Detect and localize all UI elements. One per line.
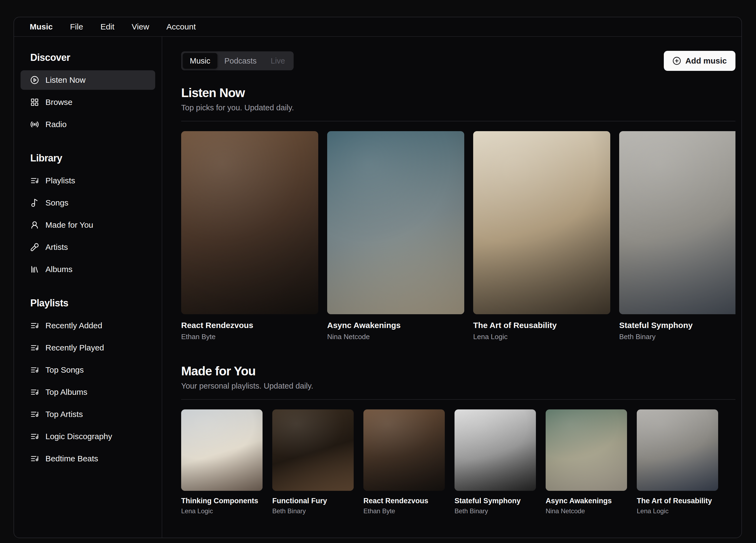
sidebar-item-browse[interactable]: Browse bbox=[21, 92, 155, 112]
list-music-icon bbox=[30, 321, 39, 330]
sidebar-item-label: Logic Discography bbox=[45, 432, 112, 441]
card-art-of-reusability-small[interactable]: The Art of Reusability Lena Logic bbox=[637, 409, 718, 515]
sidebar-item-playlists[interactable]: Playlists bbox=[21, 171, 155, 190]
card-artist: Lena Logic bbox=[473, 333, 610, 341]
sidebar-item-label: Songs bbox=[45, 198, 68, 207]
card-title: The Art of Reusability bbox=[637, 497, 718, 505]
list-music-icon bbox=[30, 432, 39, 441]
section-title: Listen Now bbox=[181, 85, 735, 100]
radio-icon bbox=[30, 120, 39, 129]
sidebar-item-artists[interactable]: Artists bbox=[21, 237, 155, 257]
card-react-rendezvous-small[interactable]: React Rendezvous Ethan Byte bbox=[363, 409, 445, 515]
card-title: Stateful Symphony bbox=[619, 321, 735, 330]
menubar-item-view[interactable]: View bbox=[123, 17, 158, 37]
list-music-icon bbox=[30, 410, 39, 419]
content-area: Music Podcasts Live Add music Listen Now… bbox=[162, 37, 741, 538]
sidebar-item-label: Browse bbox=[45, 98, 72, 107]
sidebar-section-playlists: Playlists Recently Added Recently Played bbox=[21, 297, 155, 468]
sidebar-item-songs[interactable]: Songs bbox=[21, 193, 155, 213]
add-music-label: Add music bbox=[685, 56, 727, 65]
menubar-item-account[interactable]: Account bbox=[158, 17, 204, 37]
app-window: Music File Edit View Account Discover Li… bbox=[14, 17, 742, 538]
sidebar-item-top-songs[interactable]: Top Songs bbox=[21, 360, 155, 380]
plus-circle-icon bbox=[672, 57, 681, 65]
card-thinking-components[interactable]: Thinking Components Lena Logic bbox=[181, 409, 263, 515]
sidebar-item-made-for-you[interactable]: Made for You bbox=[21, 215, 155, 235]
tabs-list: Music Podcasts Live bbox=[181, 51, 294, 70]
main-layout: Discover Listen Now Browse bbox=[14, 37, 741, 538]
card-artist: Nina Netcode bbox=[327, 333, 464, 341]
sidebar-item-label: Artists bbox=[45, 243, 68, 252]
list-music-icon bbox=[30, 454, 39, 463]
card-stateful-symphony-small[interactable]: Stateful Symphony Beth Binary bbox=[455, 409, 536, 515]
album-art bbox=[546, 409, 627, 491]
album-art bbox=[637, 409, 718, 491]
list-music-icon bbox=[30, 388, 39, 396]
card-art-of-reusability[interactable]: The Art of Reusability Lena Logic bbox=[473, 131, 610, 341]
section-subtitle: Your personal playlists. Updated daily. bbox=[181, 382, 735, 390]
album-art bbox=[363, 409, 445, 491]
card-async-awakenings[interactable]: Async Awakenings Nina Netcode bbox=[327, 131, 464, 341]
layout-grid-icon bbox=[30, 98, 39, 107]
menubar-item-music[interactable]: Music bbox=[21, 17, 61, 37]
card-title: Stateful Symphony bbox=[455, 497, 536, 505]
sidebar-item-bedtime-beats[interactable]: Bedtime Beats bbox=[21, 449, 155, 468]
card-react-rendezvous[interactable]: React Rendezvous Ethan Byte bbox=[181, 131, 318, 341]
sidebar-item-recently-played[interactable]: Recently Played bbox=[21, 338, 155, 357]
sidebar-item-label: Top Artists bbox=[45, 410, 83, 419]
sidebar-section-title: Discover bbox=[21, 52, 155, 63]
sidebar-item-label: Listen Now bbox=[45, 75, 85, 85]
sidebar-item-label: Made for You bbox=[45, 220, 93, 230]
sidebar-item-radio[interactable]: Radio bbox=[21, 115, 155, 134]
sidebar-item-top-artists[interactable]: Top Artists bbox=[21, 405, 155, 424]
card-title: React Rendezvous bbox=[363, 497, 445, 505]
sidebar-section-title: Playlists bbox=[21, 297, 155, 309]
tab-podcasts[interactable]: Podcasts bbox=[217, 53, 264, 69]
card-functional-fury[interactable]: Functional Fury Beth Binary bbox=[272, 409, 354, 515]
sidebar: Discover Listen Now Browse bbox=[14, 37, 162, 538]
tab-music[interactable]: Music bbox=[183, 53, 217, 69]
user-icon bbox=[30, 221, 39, 229]
section-made-for-you-header: Made for You Your personal playlists. Up… bbox=[181, 364, 735, 390]
list-music-icon bbox=[30, 366, 39, 374]
sidebar-item-recently-added[interactable]: Recently Added bbox=[21, 316, 155, 335]
menubar-item-file[interactable]: File bbox=[61, 17, 92, 37]
album-art bbox=[272, 409, 354, 491]
tab-live: Live bbox=[264, 53, 292, 69]
sidebar-item-listen-now[interactable]: Listen Now bbox=[21, 70, 155, 90]
sidebar-item-label: Top Albums bbox=[45, 388, 87, 397]
sidebar-item-top-albums[interactable]: Top Albums bbox=[21, 382, 155, 402]
card-async-awakenings-small[interactable]: Async Awakenings Nina Netcode bbox=[546, 409, 627, 515]
album-art bbox=[619, 131, 735, 314]
card-artist: Beth Binary bbox=[619, 333, 735, 341]
sidebar-item-label: Bedtime Beats bbox=[45, 454, 98, 463]
section-title: Made for You bbox=[181, 364, 735, 378]
card-title: Async Awakenings bbox=[546, 497, 627, 505]
card-artist: Nina Netcode bbox=[546, 507, 627, 515]
separator bbox=[181, 399, 735, 400]
card-artist: Lena Logic bbox=[181, 507, 263, 515]
library-icon bbox=[30, 265, 39, 274]
card-artist: Ethan Byte bbox=[363, 507, 445, 515]
menubar: Music File Edit View Account bbox=[14, 17, 741, 37]
card-title: React Rendezvous bbox=[181, 321, 318, 330]
add-music-button[interactable]: Add music bbox=[664, 51, 735, 71]
album-art bbox=[181, 409, 263, 491]
menubar-item-edit[interactable]: Edit bbox=[92, 17, 123, 37]
section-listen-now-header: Listen Now Top picks for you. Updated da… bbox=[181, 85, 735, 112]
content-header: Music Podcasts Live Add music bbox=[181, 51, 735, 71]
sidebar-item-label: Radio bbox=[45, 120, 67, 129]
microphone-icon bbox=[30, 243, 39, 251]
sidebar-section-discover: Discover Listen Now Browse bbox=[21, 52, 155, 134]
card-artist: Lena Logic bbox=[637, 507, 718, 515]
card-title: Async Awakenings bbox=[327, 321, 464, 330]
sidebar-item-albums[interactable]: Albums bbox=[21, 260, 155, 279]
album-art bbox=[327, 131, 464, 314]
sidebar-item-logic-discography[interactable]: Logic Discography bbox=[21, 427, 155, 446]
sidebar-section-title: Library bbox=[21, 153, 155, 164]
music-note-icon bbox=[30, 198, 39, 207]
album-art bbox=[473, 131, 610, 314]
card-artist: Beth Binary bbox=[455, 507, 536, 515]
list-music-icon bbox=[30, 343, 39, 352]
card-stateful-symphony[interactable]: Stateful Symphony Beth Binary bbox=[619, 131, 735, 341]
